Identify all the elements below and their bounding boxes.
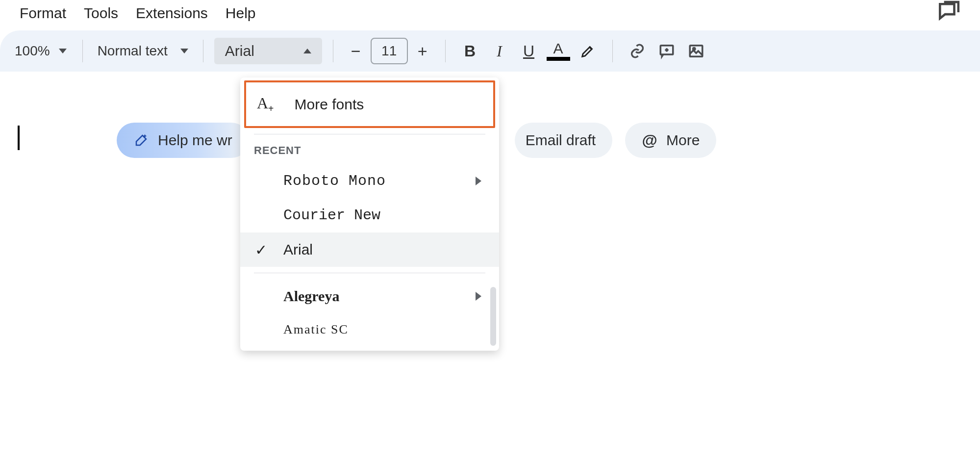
svg-point-2 [693,48,695,50]
menu-tools[interactable]: Tools [84,5,118,22]
separator [254,134,485,134]
font-item-label: Alegreya [283,288,339,305]
scrollbar[interactable] [490,287,496,346]
separator [612,40,613,62]
submenu-arrow-icon [476,177,481,185]
menu-help[interactable]: Help [226,5,256,22]
text-color-button[interactable]: A [545,37,572,65]
text-cursor [18,126,20,150]
chip-label: More [666,132,700,149]
more-fonts-icon: A [257,94,274,114]
check-icon: ✓ [255,241,267,258]
font-item-courier-new[interactable]: Courier New [240,198,499,232]
help-me-write-chip[interactable]: Help me wr [117,123,249,158]
comments-icon[interactable] [936,0,960,26]
separator [203,40,203,62]
chevron-down-icon [59,49,67,53]
highlight-color-button[interactable] [574,37,602,65]
insert-link-button[interactable] [624,37,651,65]
separator [445,40,446,62]
menu-extensions[interactable]: Extensions [136,5,208,22]
underline-button[interactable]: U [515,37,543,65]
email-draft-chip[interactable]: Email draft [515,123,612,158]
more-chip[interactable]: @ More [625,123,716,158]
submenu-arrow-icon [476,292,481,301]
at-icon: @ [642,132,657,148]
more-fonts-button[interactable]: A More fonts [244,80,495,128]
increase-font-size-button[interactable]: + [411,42,434,61]
zoom-value: 100% [15,43,50,59]
menu-format[interactable]: Format [20,5,66,22]
chip-label: Help me wr [158,132,232,149]
font-value: Arial [225,43,254,59]
font-item-amatic-sc[interactable]: Amatic SC [240,313,499,346]
font-item-arial[interactable]: ✓ Arial [240,232,499,267]
italic-button[interactable]: I [486,37,513,65]
font-item-alegreya[interactable]: Alegreya [240,279,499,313]
text-color-bar [547,57,570,61]
font-item-label: Arial [283,241,313,258]
decrease-font-size-button[interactable]: − [344,42,368,61]
font-family-select[interactable]: Arial [214,38,322,64]
font-item-label: Courier New [283,207,380,224]
chevron-down-icon [180,49,188,53]
recent-label: RECENT [240,140,499,164]
bold-button[interactable]: B [456,37,484,65]
style-value: Normal text [98,43,168,59]
insert-image-button[interactable] [682,37,710,65]
more-fonts-label: More fonts [295,96,364,113]
separator [254,273,485,273]
chip-label: Email draft [526,132,596,149]
zoom-select[interactable]: 100% [10,43,72,59]
pencil-spark-icon [133,132,149,148]
font-item-label: Roboto Mono [283,173,386,189]
paragraph-style-select[interactable]: Normal text [94,43,192,59]
font-family-dropdown: A More fonts RECENT Roboto Mono Courier … [240,77,499,351]
font-size-group: − + [344,38,434,64]
font-size-input[interactable] [371,38,408,64]
text-color-icon: A [553,41,563,56]
chevron-up-icon [303,49,311,53]
add-comment-button[interactable] [653,37,680,65]
separator [333,40,333,62]
toolbar: 100% Normal text Arial − + B I U A [0,30,980,72]
font-item-label: Amatic SC [283,322,349,337]
separator [82,40,83,62]
font-item-roboto-mono[interactable]: Roboto Mono [240,164,499,198]
menubar: Format Tools Extensions Help [0,0,980,30]
